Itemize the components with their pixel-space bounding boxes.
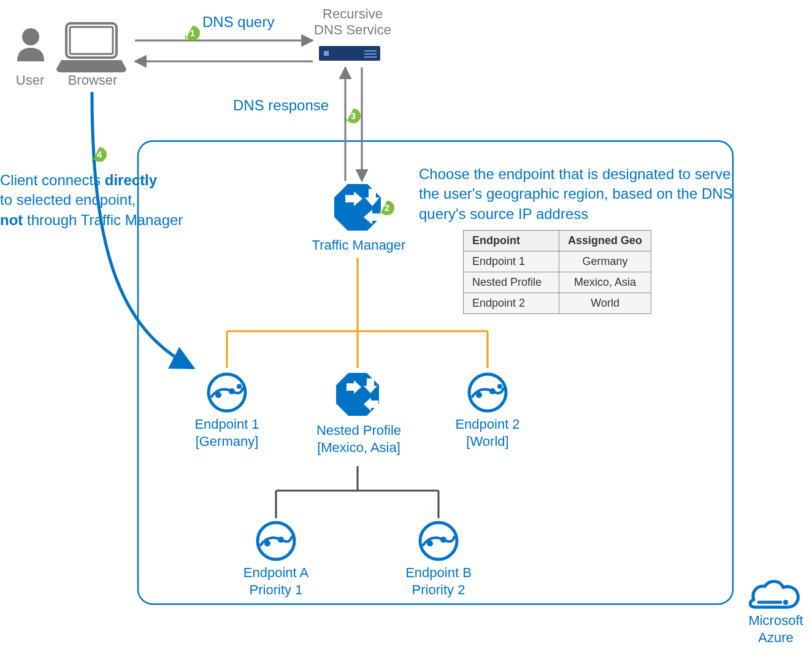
table-row: Endpoint 2 World <box>464 293 651 314</box>
dns-response-label: DNS response <box>233 97 329 114</box>
svg-point-20 <box>476 392 482 398</box>
table-header-endpoint: Endpoint <box>464 231 559 251</box>
endpoint2-icon <box>469 374 506 411</box>
svg-rect-2 <box>70 27 113 54</box>
step-badge-2: 2 <box>378 199 396 217</box>
endpoint1-icon <box>209 374 245 411</box>
step-badge-4: 4 <box>91 146 108 163</box>
svg-point-17 <box>237 384 242 389</box>
laptop-icon <box>56 23 126 72</box>
svg-text:3: 3 <box>351 110 356 121</box>
endpoint1-label: Endpoint 1[Germany] <box>190 416 264 450</box>
step-badge-1: 1 <box>184 25 201 42</box>
dns-service-label: RecursiveDNS Service <box>313 6 393 38</box>
nested-profile-icon <box>336 373 379 416</box>
nested-connectors <box>276 466 439 518</box>
svg-text:4: 4 <box>97 149 102 159</box>
svg-rect-4 <box>324 51 329 56</box>
table-header-geo: Assigned Geo <box>559 231 651 251</box>
svg-point-33 <box>783 600 788 605</box>
endpointA-label: Endpoint APriority 1 <box>239 564 313 598</box>
svg-point-21 <box>489 388 496 394</box>
traffic-manager-label: Traffic Manager <box>307 237 411 254</box>
nested-profile-label: Nested Profile[Mexico, Asia] <box>307 422 411 456</box>
svg-point-0 <box>22 28 39 45</box>
choose-endpoint-text: Choose the endpoint that is designated t… <box>419 164 744 224</box>
svg-text:2: 2 <box>385 202 389 213</box>
svg-point-15 <box>215 392 221 398</box>
tm-connectors <box>227 258 488 368</box>
svg-point-22 <box>497 384 502 389</box>
client-connects-text: Client connects directly to selected end… <box>0 171 196 230</box>
endpointB-icon <box>420 523 457 559</box>
step-badge-3: 3 <box>345 107 362 125</box>
table-row: Nested Profile Mexico, Asia <box>464 272 651 293</box>
geo-assignment-table: Endpoint Assigned Geo Endpoint 1 Germany… <box>463 230 651 314</box>
table-row: Endpoint 1 Germany <box>464 251 651 272</box>
user-label: User <box>13 72 47 88</box>
azure-cloud-icon <box>750 581 798 607</box>
svg-text:1: 1 <box>190 28 195 38</box>
dns-query-label: DNS query <box>202 13 274 31</box>
svg-rect-1 <box>66 23 117 58</box>
endpointB-label: Endpoint BPriority 2 <box>402 564 475 598</box>
svg-point-32 <box>440 537 446 543</box>
svg-point-16 <box>229 388 235 394</box>
svg-point-28 <box>264 540 270 546</box>
browser-label: Browser <box>64 72 121 88</box>
diagram-canvas <box>0 0 812 663</box>
traffic-manager-icon <box>334 184 381 231</box>
endpoint2-label: Endpoint 2[World] <box>451 416 524 450</box>
endpointA-icon <box>258 523 294 559</box>
user-icon <box>17 28 44 61</box>
svg-point-31 <box>427 540 433 546</box>
azure-label: MicrosoftAzure <box>742 612 810 646</box>
svg-point-29 <box>278 537 284 543</box>
dns-server-icon <box>319 46 380 61</box>
